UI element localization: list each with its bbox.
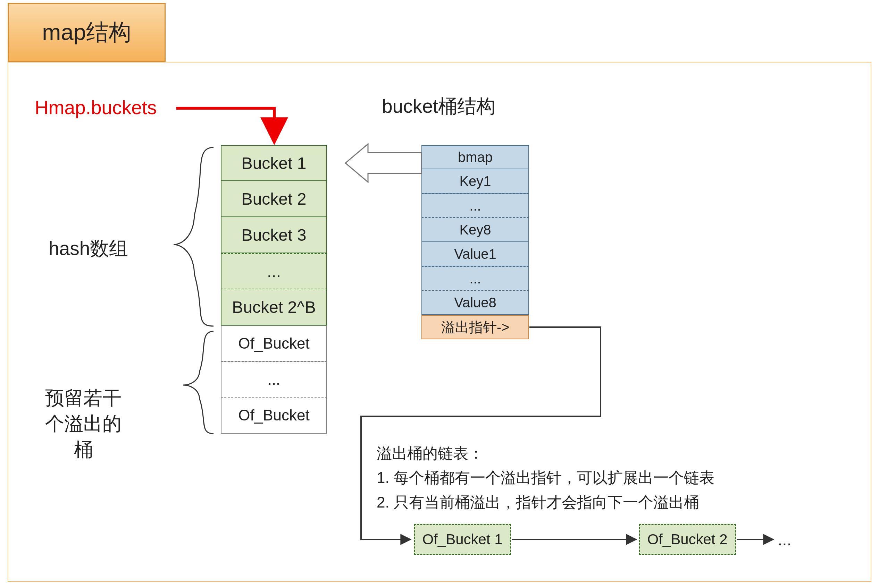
brace-hash-array (174, 147, 213, 326)
block-arrow-icon (346, 144, 421, 182)
brace-overflow (183, 331, 213, 434)
svg-marker-0 (346, 144, 421, 182)
arrows-layer (0, 0, 879, 588)
